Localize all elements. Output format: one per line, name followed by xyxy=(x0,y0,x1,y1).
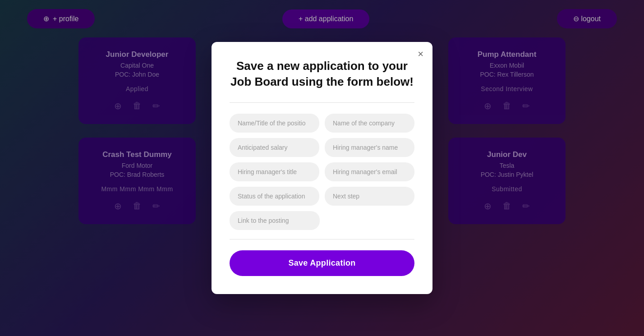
company-input[interactable] xyxy=(325,114,414,133)
salary-input[interactable] xyxy=(230,138,319,157)
save-application-button[interactable]: Save Application xyxy=(230,250,414,276)
form-row-3 xyxy=(230,162,414,181)
modal-divider-bottom xyxy=(230,239,414,239)
form-row-4 xyxy=(230,187,414,206)
form-row-1 xyxy=(230,114,414,133)
modal-divider-top xyxy=(230,102,414,103)
link-input[interactable] xyxy=(230,211,320,230)
hiring-manager-title-input[interactable] xyxy=(230,162,319,181)
modal-title: Save a new application to your Job Board… xyxy=(230,58,414,90)
position-input[interactable] xyxy=(230,114,319,133)
form-row-5 xyxy=(230,211,414,230)
hiring-manager-name-input[interactable] xyxy=(325,138,414,157)
modal-close-button[interactable]: × xyxy=(418,49,423,59)
modal-overlay: × Save a new application to your Job Boa… xyxy=(0,0,644,336)
form-row-2 xyxy=(230,138,414,157)
next-step-input[interactable] xyxy=(325,187,414,206)
hiring-manager-email-input[interactable] xyxy=(325,162,414,181)
status-input[interactable] xyxy=(230,187,319,206)
modal: × Save a new application to your Job Boa… xyxy=(212,42,432,294)
